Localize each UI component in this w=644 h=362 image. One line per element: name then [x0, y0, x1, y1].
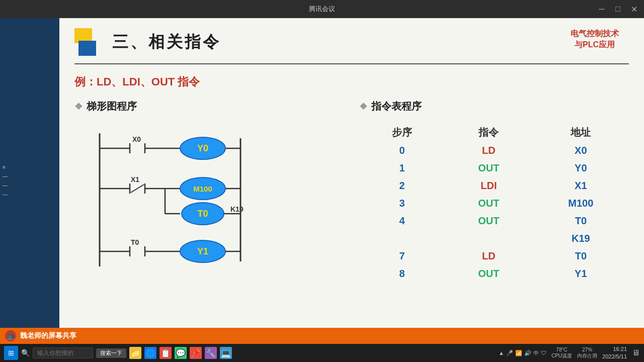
- instruction-table: 步序 指令 地址 0LDX01OUTY02LDIX13OUTM1004OUTT0…: [359, 123, 629, 283]
- app4-icon[interactable]: 🔧: [205, 347, 217, 359]
- table-row: K19: [359, 230, 629, 247]
- cell-addr: T0: [533, 212, 629, 230]
- slide-header: 三、相关指令 电气控制技术 与PLC应用: [74, 28, 629, 56]
- speaker-icon: 🔊: [524, 350, 531, 356]
- ladder-title: ❖ 梯形图程序: [74, 100, 344, 113]
- content-row: ❖ 梯形图程序 X0: [74, 100, 629, 284]
- svg-text:T0: T0: [131, 238, 139, 246]
- svg-text:Y0: Y0: [197, 143, 208, 153]
- mem-status: 27% 内存占用: [577, 347, 597, 359]
- svg-line-13: [131, 185, 144, 193]
- search-icon: 🔍: [21, 349, 30, 357]
- logo-box: [74, 28, 105, 56]
- table-row: 8OUTY1: [359, 265, 629, 283]
- meeting-icon: 📺: [5, 330, 16, 341]
- start-button[interactable]: ⊞: [4, 346, 18, 360]
- example-label: 例：LD、LDI、OUT 指令: [74, 74, 629, 89]
- notifications-icon[interactable]: 🖥: [632, 348, 640, 357]
- instruction-section: ❖ 指令表程序 步序 指令 地址 0LDX01OUTY02LDIX13OUTM1…: [359, 100, 629, 284]
- title-divider: [74, 63, 629, 64]
- ladder-diagram: X0 Y0 X1: [74, 123, 266, 284]
- cell-addr: K19: [533, 230, 629, 247]
- taskbar: ⊞ 🔍 搜索一下 📁 🌐 📋 💬 📌 🔧 💻 ▲ 🎤 📶 🔊 中 🛡 78°C …: [0, 344, 644, 362]
- cell-cmd: [445, 230, 533, 247]
- cell-step: 2: [359, 177, 445, 195]
- table-row: 2LDIX1: [359, 177, 629, 195]
- sharing-label: 魏老师的屏幕共享: [20, 331, 76, 340]
- cell-cmd: OUT: [445, 195, 533, 212]
- slide-content: 三、相关指令 电气控制技术 与PLC应用 例：LD、LDI、OUT 指令 ❖ 梯…: [59, 18, 644, 344]
- window-title: 腾讯会议: [309, 5, 335, 14]
- main-window: 腾讯会议 三、相关指令 电气控制技术 与PLC应用 例：LD、LDI、OUT 指…: [59, 18, 644, 344]
- cell-addr: Y0: [533, 159, 629, 177]
- close-button[interactable]: ✕: [629, 5, 639, 14]
- taskbar-clock: 16:21 2022/5/11: [602, 345, 627, 361]
- file-explorer-icon[interactable]: 📁: [129, 347, 141, 359]
- search-input[interactable]: [33, 347, 93, 358]
- app5-icon[interactable]: 💻: [220, 347, 232, 359]
- svg-text:Y1: Y1: [197, 246, 208, 256]
- diamond-icon: ❖: [74, 101, 83, 112]
- svg-text:K19: K19: [230, 205, 244, 213]
- taskbar-right: ▲ 🎤 📶 🔊 中 🛡 78°C CPU温度 27% 内存占用 16:21 20…: [499, 345, 640, 361]
- table-header-row: 步序 指令 地址: [359, 123, 629, 142]
- ladder-svg: X0 Y0 X1: [74, 123, 266, 284]
- cell-step: 3: [359, 195, 445, 212]
- app1-icon[interactable]: 📋: [159, 347, 172, 359]
- minimize-button[interactable]: ─: [597, 5, 607, 14]
- cell-cmd: LD: [445, 142, 533, 159]
- orange-bar: 📺 魏老师的屏幕共享: [0, 328, 644, 344]
- col-addr: 地址: [533, 123, 629, 142]
- search-button[interactable]: 搜索一下: [96, 348, 126, 358]
- antivirus-icon: 🛡: [541, 350, 546, 356]
- cell-addr: X1: [533, 177, 629, 195]
- table-row: 4OUTT0: [359, 212, 629, 230]
- cell-step: 0: [359, 142, 445, 159]
- brand-box: 电气控制技术 与PLC应用: [571, 28, 619, 51]
- cell-addr: Y1: [533, 265, 629, 283]
- network-icon: 📶: [515, 350, 522, 356]
- taskbar-app-icons: 📁 🌐 📋 💬 📌 🔧 💻: [129, 347, 232, 359]
- svg-text:T0: T0: [197, 209, 208, 219]
- mic-icon: 🎤: [506, 350, 513, 356]
- cell-cmd: OUT: [445, 265, 533, 283]
- cell-step: 8: [359, 265, 445, 283]
- maximize-button[interactable]: □: [613, 5, 623, 14]
- slide-title: 三、相关指令: [112, 31, 221, 53]
- svg-text:M100: M100: [193, 185, 212, 193]
- app3-icon[interactable]: 📌: [190, 347, 202, 359]
- svg-text:X0: X0: [132, 135, 141, 143]
- col-cmd: 指令: [445, 123, 533, 142]
- col-step: 步序: [359, 123, 445, 142]
- instruction-title: ❖ 指令表程序: [359, 100, 629, 113]
- table-row: 1OUTY0: [359, 159, 629, 177]
- left-panel: ≡ — — —: [0, 18, 59, 344]
- cell-addr: M100: [533, 195, 629, 212]
- cell-cmd: OUT: [445, 159, 533, 177]
- lang-icon: 中: [533, 349, 539, 357]
- cpu-status: 78°C CPU温度: [551, 347, 572, 359]
- diamond-icon-2: ❖: [359, 101, 367, 112]
- cell-cmd: LDI: [445, 177, 533, 195]
- sys-icon1: ▲: [499, 350, 504, 356]
- sidebar-mini-controls: ≡ — — —: [3, 163, 8, 199]
- table-row: 3OUTM100: [359, 195, 629, 212]
- cell-cmd: LD: [445, 247, 533, 265]
- cell-step: 1: [359, 159, 445, 177]
- cell-step: [359, 230, 445, 247]
- cell-addr: T0: [533, 247, 629, 265]
- svg-text:X1: X1: [131, 175, 139, 184]
- table-row: 0LDX0: [359, 142, 629, 159]
- logo-blue: [78, 41, 96, 56]
- cell-cmd: OUT: [445, 212, 533, 230]
- ladder-section: ❖ 梯形图程序 X0: [74, 100, 344, 284]
- cell-step: 4: [359, 212, 445, 230]
- window-controls[interactable]: ─ □ ✕: [597, 5, 639, 14]
- cell-addr: X0: [533, 142, 629, 159]
- title-bar: 腾讯会议 ─ □ ✕: [0, 0, 644, 18]
- table-row: 7LDT0: [359, 247, 629, 265]
- browser-icon[interactable]: 🌐: [144, 347, 156, 359]
- app2-icon[interactable]: 💬: [175, 347, 187, 359]
- cell-step: 7: [359, 247, 445, 265]
